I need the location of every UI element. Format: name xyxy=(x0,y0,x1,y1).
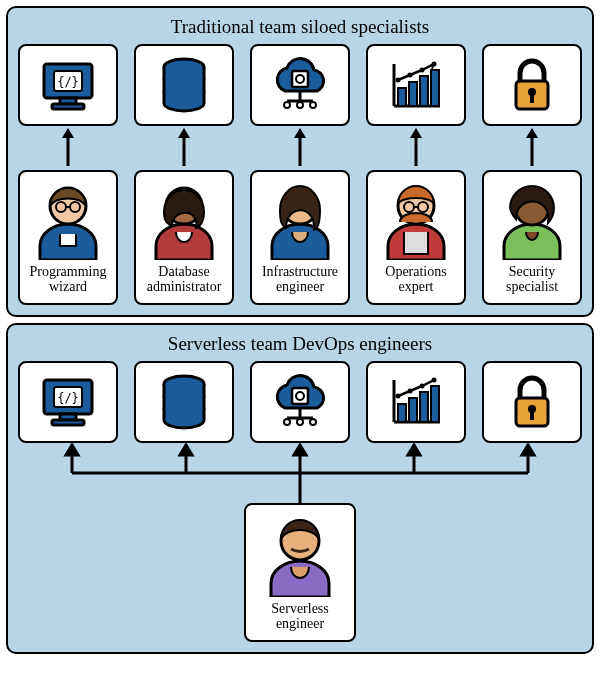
svg-marker-29 xyxy=(178,128,190,138)
bar-chart-icon xyxy=(386,58,446,113)
svg-rect-18 xyxy=(431,70,439,106)
database-icon xyxy=(158,56,210,114)
arrow-up-icon xyxy=(58,128,78,166)
traditional-skill-icons-row: {/} xyxy=(18,44,582,126)
code-monitor-icon: {/} xyxy=(38,374,98,429)
person-card-database-admin: Database administrator xyxy=(134,170,234,305)
svg-point-20 xyxy=(408,72,413,77)
svg-marker-31 xyxy=(294,128,306,138)
arrow-up-icon xyxy=(406,128,426,166)
person-card-serverless-engineer: Serverless engineer xyxy=(244,503,356,642)
svg-rect-2 xyxy=(52,104,84,109)
svg-marker-74 xyxy=(66,445,78,455)
padlock-icon xyxy=(508,57,556,113)
person-label: Operations expert xyxy=(370,264,462,295)
traditional-people-row: Programming wizard Database administrato… xyxy=(18,170,582,305)
serverless-team-panel: Serverless team DevOps engineers {/} xyxy=(6,323,594,654)
svg-rect-62 xyxy=(398,404,406,422)
svg-point-10 xyxy=(284,102,290,108)
code-monitor-icon: {/} xyxy=(38,58,98,113)
svg-point-57 xyxy=(284,419,290,425)
svg-point-67 xyxy=(408,389,413,394)
person-label: Serverless engineer xyxy=(248,601,352,632)
svg-marker-80 xyxy=(408,445,420,455)
skill-card-code: {/} xyxy=(18,361,118,443)
svg-rect-72 xyxy=(530,410,534,420)
person-avatar-icon xyxy=(496,178,568,260)
traditional-team-panel: Traditional team siloed specialists {/} xyxy=(6,6,594,317)
svg-rect-49 xyxy=(52,420,84,425)
person-card-infra-engineer: Infrastructure engineer xyxy=(250,170,350,305)
svg-rect-64 xyxy=(420,392,428,422)
arrow-up-icon xyxy=(174,128,194,166)
svg-text:{/}: {/} xyxy=(57,391,79,405)
fan-out-connector xyxy=(20,443,580,503)
skill-card-database xyxy=(134,44,234,126)
svg-rect-6 xyxy=(292,71,308,87)
person-avatar-icon xyxy=(261,511,339,597)
svg-rect-65 xyxy=(431,386,439,422)
skill-card-code: {/} xyxy=(18,44,118,126)
skill-card-cloud xyxy=(250,44,350,126)
person-card-programming-wizard: Programming wizard xyxy=(18,170,118,305)
person-avatar-icon xyxy=(148,178,220,260)
skill-card-security xyxy=(482,44,582,126)
serverless-team-title: Serverless team DevOps engineers xyxy=(18,333,582,355)
svg-marker-27 xyxy=(62,128,74,138)
svg-rect-53 xyxy=(292,388,308,404)
svg-point-58 xyxy=(297,419,303,425)
traditional-arrow-row xyxy=(18,128,582,166)
person-avatar-icon xyxy=(264,178,336,260)
skill-card-chart xyxy=(366,44,466,126)
database-icon xyxy=(158,373,210,431)
person-avatar-icon xyxy=(380,178,452,260)
skill-card-chart xyxy=(366,361,466,443)
bar-chart-icon xyxy=(386,374,446,429)
svg-point-68 xyxy=(420,384,425,389)
svg-point-21 xyxy=(420,67,425,72)
person-label: Database administrator xyxy=(138,264,230,295)
arrow-up-icon xyxy=(522,128,542,166)
svg-rect-25 xyxy=(530,93,534,103)
person-label: Security specialist xyxy=(486,264,578,295)
cloud-chip-icon xyxy=(265,372,335,432)
svg-rect-15 xyxy=(398,88,406,106)
svg-marker-82 xyxy=(522,445,534,455)
svg-marker-35 xyxy=(526,128,538,138)
svg-rect-16 xyxy=(409,82,417,106)
padlock-icon xyxy=(508,374,556,430)
skill-card-database xyxy=(134,361,234,443)
person-avatar-icon xyxy=(32,178,104,260)
svg-marker-76 xyxy=(180,445,192,455)
svg-point-11 xyxy=(297,102,303,108)
svg-point-59 xyxy=(310,419,316,425)
skill-card-cloud xyxy=(250,361,350,443)
person-label: Infrastructure engineer xyxy=(254,264,346,295)
person-card-ops-expert: Operations expert xyxy=(366,170,466,305)
svg-point-12 xyxy=(310,102,316,108)
svg-marker-78 xyxy=(294,445,306,455)
cloud-chip-icon xyxy=(265,55,335,115)
skill-card-security xyxy=(482,361,582,443)
serverless-skill-icons-row: {/} xyxy=(18,361,582,443)
svg-rect-63 xyxy=(409,398,417,422)
svg-rect-17 xyxy=(420,76,428,106)
svg-point-69 xyxy=(432,378,437,383)
arrow-up-icon xyxy=(290,128,310,166)
svg-marker-33 xyxy=(410,128,422,138)
svg-point-19 xyxy=(396,77,401,82)
svg-point-66 xyxy=(396,394,401,399)
person-label: Programming wizard xyxy=(22,264,114,295)
traditional-team-title: Traditional team siloed specialists xyxy=(18,16,582,38)
person-card-security-specialist: Security specialist xyxy=(482,170,582,305)
svg-text:{/}: {/} xyxy=(57,75,79,89)
